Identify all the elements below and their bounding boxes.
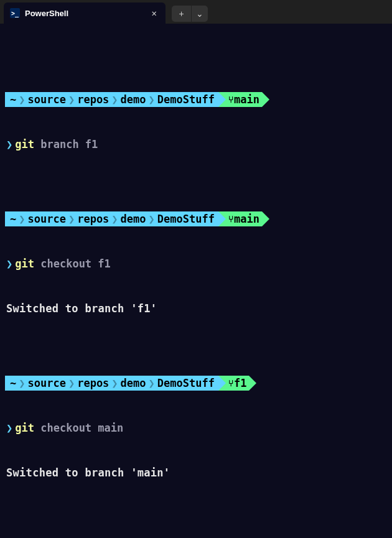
branch-icon: ⑂ [228, 92, 234, 107]
prompt-line: ~❯source❯repos❯demo❯DemoStuff⑂f1 [5, 376, 392, 391]
prompt-line: ~❯source❯repos❯demo❯DemoStuff⑂main [5, 211, 392, 226]
command-line: ❯git checkout f1 [5, 256, 392, 271]
tab-controls: + ⌄ [172, 4, 208, 24]
powershell-icon: >_ [10, 8, 20, 18]
command-line: ❯git branch f1 [5, 137, 392, 152]
titlebar: >_ PowerShell ✕ + ⌄ [0, 0, 392, 24]
tab-dropdown-button[interactable]: ⌄ [192, 6, 208, 22]
tab-title: PowerShell [25, 9, 148, 18]
command-line: ❯git checkout main [5, 420, 392, 435]
new-tab-button[interactable]: + [172, 6, 192, 22]
terminal-window: >_ PowerShell ✕ + ⌄ ~❯source❯repos❯demo❯… [0, 0, 392, 538]
terminal-body[interactable]: ~❯source❯repos❯demo❯DemoStuff⑂main ❯git … [0, 24, 392, 538]
tab-powershell[interactable]: >_ PowerShell ✕ [4, 2, 166, 24]
close-icon[interactable]: ✕ [148, 7, 161, 19]
prompt-line: ~❯source❯repos❯demo❯DemoStuff⑂main [5, 92, 392, 107]
output-line: Switched to branch 'main' [5, 465, 392, 480]
output-line: Switched to branch 'f1' [5, 301, 392, 316]
